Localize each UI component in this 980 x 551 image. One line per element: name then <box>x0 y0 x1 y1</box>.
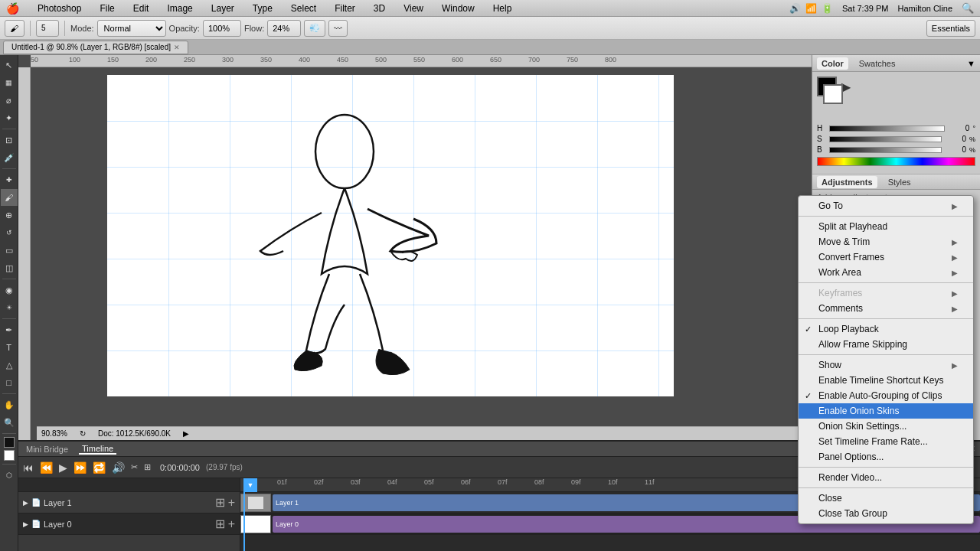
document-tab[interactable]: Untitled-1 @ 90.8% (Layer 1, RGB/8#) [sc… <box>3 41 188 54</box>
mode-select[interactable]: Normal <box>97 20 166 37</box>
menu-item-panel-options[interactable]: Panel Options... <box>799 449 973 465</box>
menu-3d[interactable]: 3D <box>371 3 388 14</box>
move-tool[interactable]: ↖ <box>1 57 18 73</box>
audio-button[interactable]: 🔊 <box>112 461 125 474</box>
blur-tool[interactable]: ◉ <box>1 282 18 298</box>
quick-mask-tool[interactable]: ⬡ <box>1 467 18 484</box>
background-color[interactable] <box>4 450 15 461</box>
track-label-layer1[interactable]: ▶ 📄 Layer 1 ⊞ + <box>18 492 240 514</box>
color-spectrum[interactable] <box>817 157 975 166</box>
eyedropper-tool[interactable]: 💉 <box>1 149 18 166</box>
tab-styles[interactable]: Styles <box>884 176 916 188</box>
hand-tool[interactable]: ✋ <box>1 396 18 413</box>
gradient-tool[interactable]: ◫ <box>1 259 18 276</box>
menu-item-enable-auto-grouping[interactable]: ✓ Enable Auto-Grouping of Clips <box>799 388 973 403</box>
layer0-add[interactable]: + <box>228 517 235 531</box>
step-forward-button[interactable]: ⏩ <box>74 461 87 474</box>
menu-item-close-tab-group[interactable]: Close Tab Group <box>799 506 973 521</box>
panel-tabs-header: Color Swatches ▼ <box>812 55 980 72</box>
play-button[interactable]: ▶ <box>841 80 975 94</box>
menu-item-loop-playback[interactable]: ✓ Loop Playback <box>799 321 973 337</box>
menu-item-onion-skin-settings[interactable]: Onion Skin Settings... <box>799 419 973 434</box>
menu-item-show[interactable]: Show ▶ <box>799 357 973 373</box>
split-button[interactable]: ✂ <box>131 462 138 472</box>
type-tool[interactable]: T <box>1 339 18 356</box>
tab-adjustments[interactable]: Adjustments <box>817 176 877 188</box>
menu-image[interactable]: Image <box>164 3 195 14</box>
track-thumbnail <box>240 494 271 512</box>
opacity-input[interactable]: 100% <box>203 20 241 37</box>
history-brush-tool[interactable]: ↺ <box>1 224 18 241</box>
menu-select[interactable]: Select <box>288 3 319 14</box>
menu-layer[interactable]: Layer <box>208 3 237 14</box>
smoothing-icon[interactable]: 〰 <box>328 20 348 37</box>
menu-filter[interactable]: Filter <box>332 3 358 14</box>
menu-window[interactable]: Window <box>439 3 478 14</box>
selection-tool[interactable]: ▦ <box>1 74 18 91</box>
play-icon[interactable]: ▶ <box>183 429 189 438</box>
airbrush-icon[interactable]: 💨 <box>304 20 325 37</box>
playhead-indicator[interactable]: ▼ <box>243 478 257 492</box>
b-slider[interactable] <box>829 147 942 153</box>
pen-tool[interactable]: ✒ <box>1 321 18 338</box>
menu-item-split-playhead[interactable]: Split at Playhead <box>799 219 973 234</box>
track-label-layer0[interactable]: ▶ 📄 Layer 0 ⊞ + <box>18 514 240 535</box>
menu-item-enable-onion-skins[interactable]: Enable Onion Skins <box>799 403 973 419</box>
zoom-tool[interactable]: 🔍 <box>1 414 18 431</box>
apple-menu[interactable]: 🍎 <box>6 2 19 15</box>
play-button-tl[interactable]: ▶ <box>59 461 67 474</box>
menu-edit[interactable]: Edit <box>130 3 152 14</box>
expand-icon[interactable]: ▶ <box>23 499 28 507</box>
menu-item-enable-timeline-shortcut[interactable]: Enable Timeline Shortcut Keys <box>799 373 973 388</box>
magic-wand-tool[interactable]: ✦ <box>1 109 18 126</box>
h-slider[interactable] <box>829 126 945 132</box>
menu-item-go-to[interactable]: Go To ▶ <box>799 198 973 214</box>
go-to-start-button[interactable]: ⏮ <box>23 461 34 474</box>
mini-bridge-tab[interactable]: Mini Bridge <box>23 445 71 454</box>
brush-tool[interactable]: 🖌 <box>1 189 18 206</box>
dodge-tool[interactable]: ☀ <box>1 299 18 316</box>
menu-type[interactable]: Type <box>250 3 276 14</box>
s-slider[interactable] <box>829 136 942 142</box>
shape-tool[interactable]: □ <box>1 374 18 391</box>
timeline-tab[interactable]: Timeline <box>79 444 116 455</box>
menu-file[interactable]: File <box>96 3 117 14</box>
menu-item-allow-frame-skipping[interactable]: Allow Frame Skipping <box>799 337 973 352</box>
tab-swatches[interactable]: Swatches <box>854 57 900 70</box>
menu-item-keyframes[interactable]: Keyframes ▶ <box>799 285 973 301</box>
menu-item-set-timeline-frame-rate[interactable]: Set Timeline Frame Rate... <box>799 434 973 449</box>
layer1-options[interactable]: ⊞ <box>215 495 225 510</box>
menu-photoshop[interactable]: Photoshop <box>34 3 84 14</box>
menu-item-comments[interactable]: Comments ▶ <box>799 301 973 316</box>
clone-tool[interactable]: ⊕ <box>1 207 18 223</box>
layer0-options[interactable]: ⊞ <box>215 517 225 531</box>
spot-heal-tool[interactable]: ✚ <box>1 171 18 188</box>
menu-item-work-area[interactable]: Work Area ▶ <box>799 265 973 280</box>
tab-close-icon[interactable]: ✕ <box>174 44 180 51</box>
search-icon[interactable]: 🔍 <box>962 2 974 14</box>
foreground-color[interactable] <box>4 437 15 448</box>
background-swatch[interactable] <box>823 84 843 104</box>
step-back-button[interactable]: ⏪ <box>40 461 53 474</box>
crop-tool[interactable]: ⊡ <box>1 132 18 148</box>
expand-icon-2[interactable]: ▶ <box>23 520 28 528</box>
menu-item-close[interactable]: Close <box>799 491 973 506</box>
menu-item-convert-frames[interactable]: Convert Frames ▶ <box>799 249 973 265</box>
transitions-button[interactable]: ⊞ <box>144 462 151 472</box>
lasso-tool[interactable]: ⌀ <box>1 92 18 109</box>
menu-help[interactable]: Help <box>490 3 515 14</box>
essentials-button[interactable]: Essentials <box>926 20 975 37</box>
tab-color[interactable]: Color <box>817 57 848 70</box>
sync-icon[interactable]: ↻ <box>80 429 86 438</box>
brush-tool-icon[interactable]: 🖌 <box>5 20 24 37</box>
menu-view[interactable]: View <box>400 3 426 14</box>
loop-button[interactable]: 🔁 <box>93 461 106 474</box>
path-tool[interactable]: △ <box>1 357 18 373</box>
brush-size-input[interactable]: 5 <box>36 20 59 37</box>
layer1-add[interactable]: + <box>228 496 235 510</box>
panel-options-icon[interactable]: ▼ <box>967 59 975 68</box>
eraser-tool[interactable]: ▭ <box>1 242 18 259</box>
menu-item-render-video[interactable]: Render Video... <box>799 470 973 485</box>
menu-item-move-trim[interactable]: Move & Trim ▶ <box>799 234 973 249</box>
flow-input[interactable]: 24% <box>267 20 301 37</box>
